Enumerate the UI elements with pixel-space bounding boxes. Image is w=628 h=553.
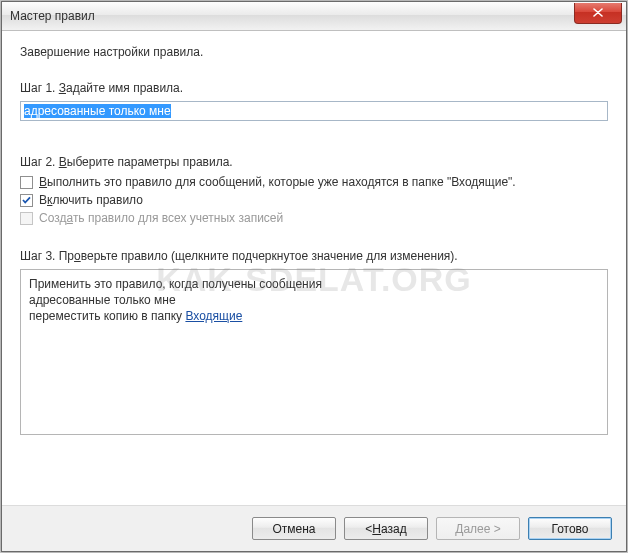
step3-group: Шаг 3. Проверьте правило (щелкните подче…	[20, 249, 608, 435]
rule-name-input[interactable]: адресованные только мне	[20, 101, 608, 121]
checkbox-enable-rule[interactable]: Включить правило	[20, 193, 608, 207]
rule-preview-panel: Применить это правило, когда получены со…	[20, 269, 608, 435]
next-button: Далее >	[436, 517, 520, 540]
rule-preview-line: адресованные только мне	[29, 292, 599, 308]
rule-name-field[interactable]: адресованные только мне	[20, 101, 608, 121]
wizard-footer: Отмена < Назад Далее > Готово	[2, 505, 626, 551]
close-icon	[593, 8, 603, 17]
checkbox-label: Включить правило	[39, 193, 143, 207]
folder-link[interactable]: Входящие	[185, 309, 242, 323]
rule-preview-line: переместить копию в папку Входящие	[29, 308, 599, 324]
step2-label: Шаг 2. Выберите параметры правила.	[20, 155, 608, 169]
checkbox-icon	[20, 212, 33, 225]
close-button[interactable]	[574, 3, 622, 24]
step2-group: Шаг 2. Выберите параметры правила. Выпол…	[20, 155, 608, 225]
checkbox-icon	[20, 176, 33, 189]
wizard-content: Завершение настройки правила. Шаг 1. Зад…	[2, 31, 626, 505]
window-title: Мастер правил	[10, 9, 95, 23]
finish-button[interactable]: Готово	[528, 517, 612, 540]
titlebar: Мастер правил	[2, 2, 626, 31]
step3-label: Шаг 3. Проверьте правило (щелкните подче…	[20, 249, 608, 263]
cancel-button[interactable]: Отмена	[252, 517, 336, 540]
wizard-window: Мастер правил Завершение настройки прави…	[1, 1, 627, 552]
wizard-subtitle: Завершение настройки правила.	[20, 45, 608, 59]
check-icon	[21, 195, 32, 206]
step1-label: Шаг 1. Задайте имя правила.	[20, 81, 608, 95]
checkbox-label: Создать правило для всех учетных записей	[39, 211, 283, 225]
checkbox-icon	[20, 194, 33, 207]
checkbox-all-accounts: Создать правило для всех учетных записей	[20, 211, 608, 225]
checkbox-run-on-inbox[interactable]: Выполнить это правило для сообщений, кот…	[20, 175, 608, 189]
back-button[interactable]: < Назад	[344, 517, 428, 540]
checkbox-label: Выполнить это правило для сообщений, кот…	[39, 175, 516, 189]
rule-preview-line: Применить это правило, когда получены со…	[29, 276, 599, 292]
